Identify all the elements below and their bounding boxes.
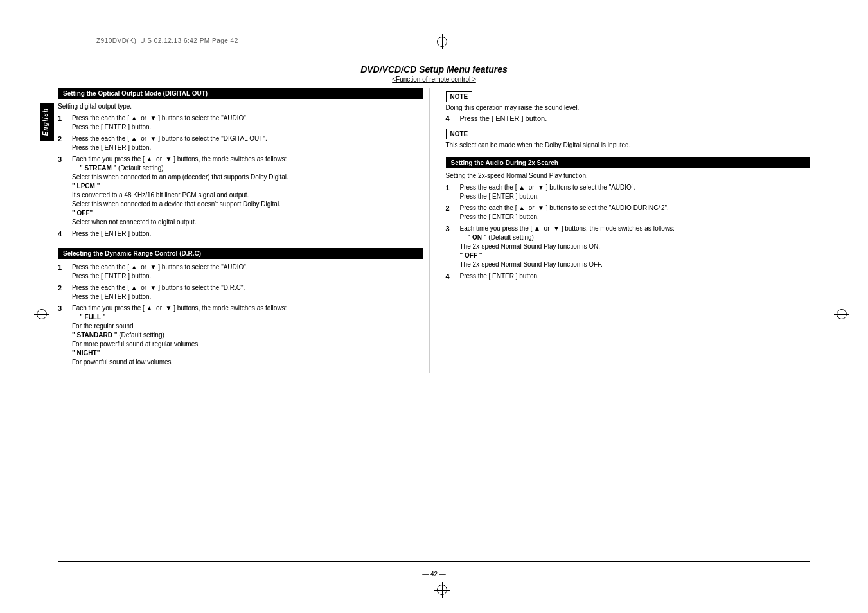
section-drc-header: Selecting the Dynamic Range Control (D.R… [58, 248, 423, 259]
right-column: NOTE Doing this operation may raise the … [443, 88, 811, 373]
item-content: Press the each the [ ▲ or ▼ ] buttons to… [72, 283, 423, 301]
list-item: 3 Each time you press the [ ▲ or ▼ ] but… [58, 155, 423, 227]
item-num: 2 [446, 204, 457, 222]
item-content: Each time you press the [ ▲ or ▼ ] butto… [72, 304, 423, 367]
list-item: 2 Press the each the [ ▲ or ▼ ] buttons … [446, 204, 811, 222]
crop-mark [53, 26, 66, 26]
item-content: Press the each the [ ▲ or ▼ ] buttons to… [72, 134, 423, 152]
section-drc: Selecting the Dynamic Range Control (D.R… [58, 248, 423, 367]
item-num: 4 [446, 272, 457, 281]
item-num: 1 [446, 183, 457, 201]
item-content: Each time you press the [ ▲ or ▼ ] butto… [460, 224, 811, 269]
list-item: 4 Press the [ ENTER ] button. [446, 272, 811, 281]
item-content: Press the [ ENTER ] button. [460, 272, 811, 281]
crop-mark [53, 574, 53, 587]
item-num: 2 [58, 134, 69, 152]
item-content: Press the [ ENTER ] button. [72, 229, 423, 239]
note-1-text: Doing this operation may raise the sound… [446, 104, 811, 111]
bottom-rule [58, 561, 810, 562]
crop-mark [815, 574, 815, 587]
audio-2x-list: 1 Press the each the [ ▲ or ▼ ] buttons … [446, 183, 811, 281]
note-1-container: NOTE Doing this operation may raise the … [446, 88, 811, 111]
crop-mark [815, 26, 815, 39]
section-audio-2x: Setting the Audio During 2x Search Setti… [446, 157, 811, 281]
list-item: 2 Press the each the [ ▲ or ▼ ] buttons … [58, 134, 423, 152]
content-area: English DVD/VCD/CD Setup Menu features <… [58, 64, 810, 555]
item-content: Each time you press the [ ▲ or ▼ ] butto… [72, 155, 423, 227]
main-title: DVD/VCD/CD Setup Menu features [58, 64, 810, 75]
item-num: 1 [58, 114, 69, 132]
top-rule [58, 58, 810, 58]
note-2-text: This select can be made when the Dolby D… [446, 141, 811, 148]
subitem: " ON " (Default setting) The 2x-speed No… [460, 234, 603, 268]
page-number: — 42 — [422, 571, 446, 578]
crop-mark [53, 26, 53, 39]
item-content: Press the each the [ ▲ or ▼ ] buttons to… [460, 183, 811, 201]
list-item: 1 Press the each the [ ▲ or ▼ ] buttons … [58, 263, 423, 281]
list-item: 1 Press the each the [ ▲ or ▼ ] buttons … [446, 183, 811, 201]
list-item: 3 Each time you press the [ ▲ or ▼ ] but… [58, 304, 423, 367]
crop-mark [53, 587, 66, 587]
drc-list: 1 Press the each the [ ▲ or ▼ ] buttons … [58, 263, 423, 367]
section-optical-header: Setting the Optical Output Mode (DIGITAL… [58, 88, 423, 99]
item-num: 1 [58, 263, 69, 281]
item-num: 3 [58, 155, 69, 227]
item-num: 3 [58, 304, 69, 367]
lang-tab: English [40, 103, 54, 141]
sub-title: <Function of remote control > [58, 76, 810, 83]
list-item: 3 Each time you press the [ ▲ or ▼ ] but… [446, 224, 811, 269]
crop-mark [802, 26, 815, 26]
left-column: Setting the Optical Output Mode (DIGITAL… [58, 88, 430, 373]
section-audio-2x-subtext: Setting the 2x-speed Normal Sound Play f… [446, 172, 811, 179]
subitem: " FULL " For the regular sound " STANDAR… [72, 314, 198, 366]
item-content: Press the each the [ ▲ or ▼ ] buttons to… [72, 263, 423, 281]
note-2-container: NOTE This select can be made when the Do… [446, 125, 811, 148]
crop-mark [802, 587, 815, 587]
list-item: 4 Press the [ ENTER ] button. [58, 229, 423, 239]
item-num: 2 [58, 283, 69, 301]
item-content: Press the each the [ ▲ or ▼ ] buttons to… [460, 204, 811, 222]
right-item-4: 4 Press the [ ENTER ] button. [446, 114, 811, 122]
item-num: 4 [58, 229, 69, 239]
item-num: 3 [446, 224, 457, 269]
note-2-label: NOTE [446, 129, 473, 139]
item-content: Press the each the [ ▲ or ▼ ] buttons to… [72, 114, 423, 132]
file-info: Z910DVD(K)_U.S 02.12.13 6:42 PM Page 42 [96, 37, 238, 44]
note-1-label: NOTE [446, 91, 473, 102]
section-optical-output: Setting the Optical Output Mode (DIGITAL… [58, 88, 423, 239]
list-item: 2 Press the each the [ ▲ or ▼ ] buttons … [58, 283, 423, 301]
optical-list: 1 Press the each the [ ▲ or ▼ ] buttons … [58, 114, 423, 239]
section-audio-2x-header: Setting the Audio During 2x Search [446, 157, 811, 168]
section-optical-subtext: Setting digital output type. [58, 103, 423, 110]
item-num: 4 [446, 114, 457, 122]
two-col-layout: Setting the Optical Output Mode (DIGITAL… [58, 88, 810, 373]
page-container: Z910DVD(K)_U.S 02.12.13 6:42 PM Page 42 … [0, 0, 868, 613]
subitem: " STREAM " (Default setting) Select this… [72, 164, 288, 226]
list-item: 1 Press the each the [ ▲ or ▼ ] buttons … [58, 114, 423, 132]
item-content: Press the [ ENTER ] button. [460, 114, 811, 122]
